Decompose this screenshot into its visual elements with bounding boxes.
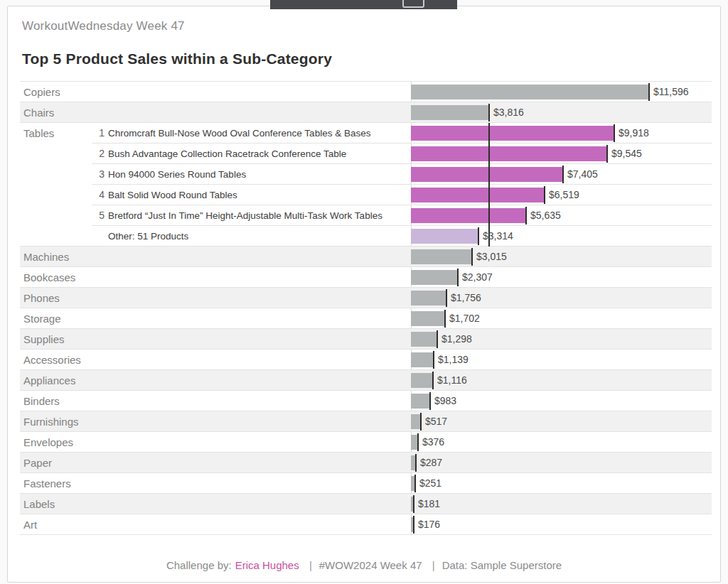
subcategory-row-bookcases[interactable]: Bookcases$2,307: [20, 267, 712, 288]
value-label: $3,015: [476, 247, 507, 267]
value-label: $517: [425, 411, 447, 432]
subcategory-row-labels[interactable]: Labels$181: [20, 494, 712, 514]
value-label: $9,545: [611, 144, 642, 164]
sales-bar[interactable]: [411, 85, 650, 99]
value-label: $1,139: [438, 350, 469, 370]
bar-end-tick: [471, 248, 473, 266]
subcategory-label: Copiers: [23, 82, 60, 102]
product-name: Bretford “Just In Time” Height-Adjustabl…: [108, 205, 382, 226]
subcategory-label: Labels: [23, 494, 55, 514]
challenge-label: Challenge by:: [166, 559, 232, 571]
product-row-other[interactable]: Other: 51 Products$3,314: [20, 226, 712, 247]
subcategory-row-art[interactable]: Art$176: [20, 514, 712, 535]
value-label: $5,635: [530, 205, 561, 226]
value-label: $1,298: [441, 329, 472, 350]
bar-end-tick: [525, 207, 527, 225]
product-rank: 4: [85, 185, 105, 205]
bar-end-tick: [417, 433, 419, 451]
subcategory-row-machines[interactable]: Machines$3,015: [20, 247, 712, 267]
sales-bar[interactable]: [411, 311, 446, 326]
subcategory-row-binders[interactable]: Binders$983: [20, 391, 712, 411]
sales-bar[interactable]: [411, 270, 459, 285]
subcategory-label: Appliances: [23, 370, 75, 391]
bar-end-tick: [544, 186, 545, 204]
author-link[interactable]: Erica Hughes: [235, 559, 299, 571]
product-rank: 1: [85, 123, 105, 144]
sales-bar[interactable]: [411, 352, 434, 367]
separator: |: [309, 559, 312, 571]
value-label: $251: [419, 473, 441, 494]
sales-bar[interactable]: [411, 249, 473, 264]
sales-bar[interactable]: [411, 167, 564, 182]
dashboard-page: WorkoutWednesday Week 47 Top 5 Product S…: [7, 6, 721, 583]
subcategory-label: Chairs: [23, 102, 54, 123]
sales-bar[interactable]: [411, 229, 479, 244]
value-label: $6,519: [549, 185, 579, 205]
sales-bar[interactable]: [411, 291, 447, 305]
subcategory-label: Supplies: [23, 329, 65, 350]
value-label: $983: [434, 391, 456, 411]
row-divider: [20, 534, 712, 535]
product-name: Hon 94000 Series Round Tables: [108, 164, 246, 185]
subcategory-row-fasteners[interactable]: Fasteners$251: [20, 473, 712, 494]
subcategory-row-chairs[interactable]: Chairs$3,816: [20, 102, 712, 123]
sales-bar[interactable]: [411, 208, 527, 223]
product-row-1[interactable]: Tables1Chromcraft Bull-Nose Wood Oval Co…: [20, 123, 712, 144]
bar-end-tick: [437, 330, 438, 348]
product-row-4[interactable]: 4Balt Solid Wood Round Tables$6,519: [20, 185, 712, 205]
data-source: Data: Sample Superstore: [442, 559, 562, 571]
product-row-3[interactable]: 3Hon 94000 Series Round Tables$7,405: [20, 164, 712, 185]
separator: |: [432, 559, 435, 571]
chart-rows: Copiers$11,596Chairs$3,816Tables1Chromcr…: [20, 82, 712, 535]
footer-credit: Challenge by:Erica Hughes |#WOW2024 Week…: [8, 559, 720, 571]
sales-bar[interactable]: [411, 146, 608, 161]
value-label: $1,702: [449, 308, 480, 329]
bar-end-tick: [562, 166, 564, 183]
sales-bar[interactable]: [411, 332, 438, 347]
subcategory-label: Tables: [23, 123, 54, 144]
product-name: Chromcraft Bull-Nose Wood Oval Conferenc…: [108, 123, 370, 144]
sales-bar[interactable]: [411, 126, 615, 141]
value-label: $287: [420, 453, 442, 473]
product-row-2[interactable]: 2Bush Advantage Collection Racetrack Con…: [20, 144, 712, 164]
toolbar-button[interactable]: [402, 0, 424, 8]
subcategory-label: Bookcases: [23, 267, 75, 288]
bar-end-tick: [433, 351, 434, 369]
subcategory-row-storage[interactable]: Storage$1,702: [20, 308, 712, 329]
subcategory-label: Accessories: [23, 350, 81, 370]
sales-bar[interactable]: [411, 394, 431, 409]
bar-end-tick: [614, 124, 615, 142]
bar-end-tick: [478, 227, 479, 245]
product-rank: 3: [85, 164, 105, 185]
product-name: Other: 51 Products: [108, 226, 188, 247]
bar-end-tick: [606, 145, 608, 163]
subcategory-label: Machines: [23, 247, 69, 267]
subcategory-row-appliances[interactable]: Appliances$1,116: [20, 370, 712, 391]
subcategory-label: Art: [23, 514, 37, 535]
subcategory-label: Furnishings: [23, 411, 79, 432]
sales-bar[interactable]: [411, 188, 545, 202]
sales-bar[interactable]: [411, 105, 490, 120]
subcategory-row-accessories[interactable]: Accessories$1,139: [20, 350, 712, 370]
page-title: Top 5 Product Sales within a Sub-Categor…: [22, 50, 332, 67]
value-label: $9,918: [619, 123, 649, 144]
value-label: $2,307: [462, 267, 493, 288]
bar-end-tick: [413, 495, 414, 513]
subcategory-row-furnishings[interactable]: Furnishings$517: [20, 411, 712, 432]
product-row-5[interactable]: 5Bretford “Just In Time” Height-Adjustab…: [20, 205, 712, 226]
subcategory-row-phones[interactable]: Phones$1,756: [20, 288, 712, 308]
subcategory-label: Storage: [23, 308, 61, 329]
subcategory-label: Fasteners: [23, 473, 71, 494]
subcategory-row-envelopes[interactable]: Envelopes$376: [20, 432, 712, 453]
value-label: $7,405: [567, 164, 598, 185]
value-label: $3,314: [483, 226, 513, 247]
sales-bar[interactable]: [411, 373, 434, 388]
subcategory-label: Phones: [23, 288, 60, 308]
subcategory-row-paper[interactable]: Paper$287: [20, 453, 712, 473]
subcategory-row-copiers[interactable]: Copiers$11,596: [20, 82, 712, 102]
bar-end-tick: [457, 269, 459, 286]
value-label: $176: [418, 514, 440, 535]
bar-end-tick: [413, 516, 414, 534]
subcategory-row-supplies[interactable]: Supplies$1,298: [20, 329, 712, 350]
value-label: $3,816: [493, 102, 524, 123]
